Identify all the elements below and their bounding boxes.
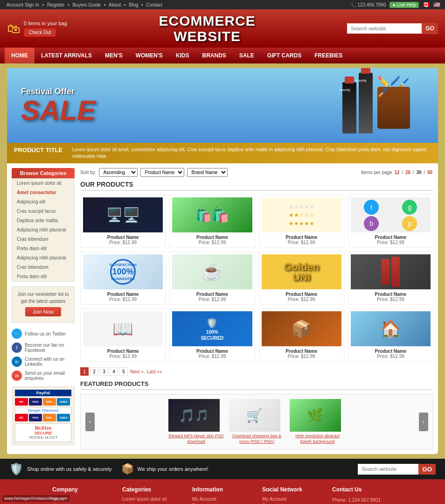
- category-item-active[interactable]: Amet consectetur: [12, 188, 74, 197]
- nav: HOME LATEST ARRIVALS MEN'S WOMEN'S KIDS …: [0, 48, 445, 63]
- nav-mens[interactable]: MEN'S: [98, 48, 129, 63]
- amex-icon: AMEX: [57, 398, 70, 406]
- product-card-5: SATISFACTION 100% GUARANTEE Product Name…: [80, 252, 166, 305]
- bag-count: 0 items in your bag: [24, 21, 67, 26]
- product-img-bag: 🛍️: [172, 197, 252, 232]
- category-item[interactable]: Cras bibendum: [12, 263, 74, 272]
- page-1-button[interactable]: 1: [80, 367, 89, 376]
- flag-ca: 🇨🇦: [423, 1, 430, 8]
- featured-items: 🎵 Elegant MP3 player skin PSD download 🛒…: [98, 399, 415, 444]
- join-now-button[interactable]: Join Now: [25, 307, 61, 316]
- secure-icon: 🛡️: [9, 462, 23, 476]
- category-item[interactable]: Porta diam elit: [12, 272, 74, 281]
- sort-ascending-select[interactable]: Ascending Descending: [99, 168, 138, 177]
- product-title-label: PRODUCT TITLE: [14, 147, 65, 154]
- footer-search-input[interactable]: [358, 464, 418, 475]
- category-item[interactable]: Cras bibendum: [12, 235, 74, 244]
- nav-kids[interactable]: KIDS: [169, 48, 196, 63]
- register-link[interactable]: Register: [47, 2, 64, 7]
- footer-search-button[interactable]: GO: [418, 464, 436, 475]
- sale-text: SALE: [21, 97, 96, 125]
- featured-caption-1[interactable]: Elegant MP3 player skin PSD download: [168, 434, 224, 444]
- per-page-20[interactable]: 20: [405, 170, 410, 175]
- twitter-social[interactable]: 🐦 Follow us on Twitter: [12, 327, 75, 341]
- category-item[interactable]: Porta diam elit: [12, 244, 74, 253]
- product-name-2: Product Name: [172, 235, 252, 240]
- buyers-guide-link[interactable]: Buyers Guide: [72, 2, 101, 7]
- search-input[interactable]: [347, 23, 422, 34]
- product-img-bottles: [351, 254, 431, 289]
- category-item[interactable]: Adipiscing nibh placerat: [12, 225, 74, 235]
- per-page-30[interactable]: 30: [416, 170, 421, 175]
- product-card-4: t g b p Product Name Price: $12.99: [348, 195, 433, 248]
- main-wrapper: Festival Offer SALE brandly brandly ✏️🖊️…: [0, 63, 445, 459]
- footer-info-account[interactable]: My Account: [192, 497, 253, 502]
- footer-col-information: Information My Account Rewards Terms & C…: [192, 486, 253, 504]
- about-link[interactable]: About: [109, 2, 121, 7]
- featured-caption-2[interactable]: Download shopping bag & icons (PSD / PNG…: [229, 434, 285, 444]
- facebook-social[interactable]: f Become our fan on Facebook: [12, 341, 75, 355]
- product-img-stars: ★★★★★ ★★☆☆☆ ★★★★★: [262, 197, 341, 232]
- linkedin-label: Connect with us on LinkedIn: [25, 357, 75, 367]
- nav-home[interactable]: HOME: [5, 48, 35, 63]
- newsletter-text: Join our newsletter list to get the late…: [16, 291, 70, 305]
- sort-label: Sort by:: [80, 170, 96, 175]
- footer-social-account[interactable]: My Account: [262, 497, 323, 502]
- search-button[interactable]: GO: [422, 23, 438, 34]
- category-item[interactable]: Dapibus ante mattis: [12, 216, 74, 225]
- mcafee-label: McAfee: [17, 426, 69, 431]
- footer-phone: Phone: 1.234.567.8901: [332, 497, 393, 504]
- category-item[interactable]: Lorem ipsum dolor sit: [12, 179, 74, 188]
- per-page-12[interactable]: 12: [394, 170, 399, 175]
- featured-item-3: 🌿 High resolution abstract bokeh backgro…: [290, 399, 346, 444]
- page-5-button[interactable]: 5: [119, 367, 128, 376]
- page-2-button[interactable]: 2: [90, 367, 98, 376]
- linkedin-social[interactable]: in Connect with us on LinkedIn: [12, 355, 75, 369]
- product-name-select[interactable]: Product Name: [140, 168, 184, 177]
- email-social[interactable]: ✉ Send us your email enquiries: [12, 369, 75, 383]
- shipping-badge: 📦 We ship your orders anywhere!: [121, 463, 209, 475]
- pencil-cup: ✏️🖊️🖌️: [377, 87, 410, 129]
- product-card-6: ☕ Product Name Price: $12.99: [169, 252, 255, 305]
- featured-img-bokeh: 🌿: [290, 399, 341, 432]
- contact-link[interactable]: Contact: [146, 2, 162, 7]
- email-label: Send us your email enquiries: [25, 371, 75, 381]
- carousel-prev-button[interactable]: ‹: [85, 413, 95, 431]
- last-page-link[interactable]: Last »»: [147, 369, 162, 374]
- product-name-4: Product Name: [351, 235, 431, 240]
- carousel-next-button[interactable]: ›: [419, 413, 428, 431]
- checkout-button[interactable]: Check Out: [24, 28, 56, 37]
- page-4-button[interactable]: 4: [110, 367, 118, 376]
- footer-columns: Company Home About Us Blog Latest News L…: [9, 486, 436, 504]
- page-3-button[interactable]: 3: [100, 367, 108, 376]
- discover-icon: DISC: [43, 398, 56, 406]
- nav-brands[interactable]: BRANDS: [196, 48, 233, 63]
- product-name-7: Product Name: [262, 292, 341, 297]
- mastercard-icon-2: MC: [15, 414, 28, 421]
- live-help-badge[interactable]: ● Live Help: [389, 2, 419, 8]
- product-name-3: Product Name: [262, 235, 341, 240]
- product-img-icons: t g b p: [351, 197, 431, 232]
- product-price-7: Price: $12.99: [262, 297, 341, 302]
- nav-freebies[interactable]: FREEBIES: [308, 48, 349, 63]
- category-item[interactable]: Adipiscing nibh placerat: [12, 253, 74, 263]
- per-page-50[interactable]: 50: [427, 170, 432, 175]
- blog-link[interactable]: Blog: [129, 2, 138, 7]
- brand-name-select[interactable]: Brand Name: [187, 168, 228, 177]
- bag-icon: 🛍: [7, 21, 20, 36]
- account-signin-link[interactable]: Account Sign In: [7, 2, 39, 7]
- banner: Festival Offer SALE brandly brandly ✏️🖊️…: [7, 68, 438, 143]
- featured-caption-3[interactable]: High resolution abstract bokeh backgroun…: [290, 434, 346, 444]
- product-price-8: Price: $12.99: [351, 297, 431, 302]
- banner-text: Festival Offer SALE: [21, 87, 96, 125]
- footer-cat-1[interactable]: Lorem ipsum dolor sit: [122, 497, 183, 502]
- next-page-link[interactable]: Next »: [130, 369, 144, 374]
- nav-sale[interactable]: SALE: [233, 48, 261, 63]
- product-img-golden: GoldenUNI: [262, 254, 341, 289]
- category-item[interactable]: Adipiscing elit: [12, 197, 74, 207]
- nav-gift-cards[interactable]: GIFT CARDS: [261, 48, 308, 63]
- nav-womens[interactable]: WOMEN'S: [129, 48, 169, 63]
- category-item[interactable]: Cras suscipit lacus: [12, 207, 74, 216]
- product-price-9: Price: $12.99: [83, 354, 163, 359]
- nav-latest-arrivals[interactable]: LATEST ARRIVALS: [35, 48, 98, 63]
